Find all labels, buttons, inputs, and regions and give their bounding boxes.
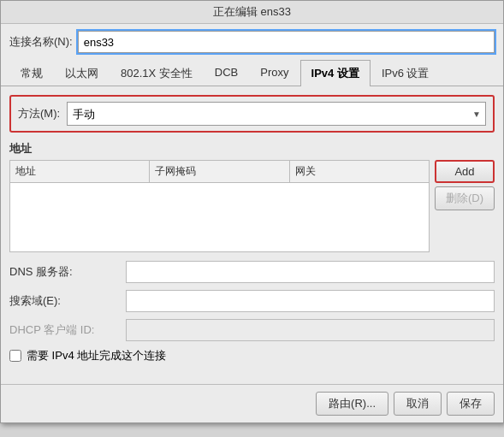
address-table-header: 地址 子网掩码 网关 <box>10 161 429 183</box>
address-section: 地址 地址 子网掩码 网关 Add 删除(D) <box>9 141 495 252</box>
tab-bar: 常规 以太网 802.1X 安全性 DCB Proxy IPv4 设置 IPv6… <box>1 60 503 86</box>
bottom-buttons: 路由(R)... 取消 保存 <box>1 384 503 422</box>
connection-name-label: 连接名称(N): <box>9 34 73 50</box>
search-domain-input[interactable] <box>126 290 495 312</box>
add-button[interactable]: Add <box>435 160 495 183</box>
tab-dcb[interactable]: DCB <box>204 60 249 86</box>
dhcp-row: DHCP 客户端 ID: <box>9 319 495 341</box>
require-ipv4-checkbox[interactable] <box>9 350 21 362</box>
address-buttons: Add 删除(D) <box>435 160 495 252</box>
ipv4-tab-content: 方法(M): 手动 自动(DHCP) 仅链路本地 共享 禁用 地址 地址 子网掩… <box>1 86 503 381</box>
require-ipv4-label: 需要 IPv4 地址完成这个连接 <box>27 348 166 363</box>
cancel-button[interactable]: 取消 <box>394 392 442 416</box>
dns-label: DNS 服务器: <box>9 264 121 280</box>
title-text: 正在编辑 ens33 <box>213 5 291 18</box>
connection-name-input[interactable] <box>78 31 495 53</box>
address-table-wrapper: 地址 子网掩码 网关 Add 删除(D) <box>9 160 495 252</box>
col-subnet: 子网掩码 <box>150 161 289 182</box>
save-button[interactable]: 保存 <box>447 392 495 416</box>
col-address: 地址 <box>10 161 150 182</box>
method-select[interactable]: 手动 自动(DHCP) 仅链路本地 共享 禁用 <box>67 102 486 126</box>
method-label: 方法(M): <box>18 106 60 121</box>
dns-row: DNS 服务器: <box>9 261 495 283</box>
tab-ipv4[interactable]: IPv4 设置 <box>300 60 371 86</box>
delete-button[interactable]: 删除(D) <box>435 186 495 210</box>
method-select-wrapper: 手动 自动(DHCP) 仅链路本地 共享 禁用 <box>67 102 486 126</box>
tab-ethernet[interactable]: 以太网 <box>54 60 110 86</box>
search-domain-row: 搜索域(E): <box>9 290 495 312</box>
search-domain-label: 搜索域(E): <box>9 293 121 309</box>
route-button[interactable]: 路由(R)... <box>316 392 388 416</box>
require-ipv4-row: 需要 IPv4 地址完成这个连接 <box>9 348 495 363</box>
connection-name-row: 连接名称(N): <box>1 24 503 60</box>
tab-ipv6[interactable]: IPv6 设置 <box>371 60 441 86</box>
main-window: 正在编辑 ens33 连接名称(N): 常规 以太网 802.1X 安全性 DC… <box>0 0 504 423</box>
address-table: 地址 子网掩码 网关 <box>9 160 430 252</box>
tab-proxy[interactable]: Proxy <box>249 60 299 86</box>
tab-general[interactable]: 常规 <box>9 60 54 86</box>
dns-input[interactable] <box>126 261 495 283</box>
col-gateway: 网关 <box>290 161 429 182</box>
dhcp-label: DHCP 客户端 ID: <box>9 322 121 338</box>
title-bar: 正在编辑 ens33 <box>1 1 503 24</box>
address-section-title: 地址 <box>9 141 495 156</box>
address-table-body <box>10 183 429 251</box>
tab-security[interactable]: 802.1X 安全性 <box>110 60 204 86</box>
dhcp-input[interactable] <box>126 319 495 341</box>
method-row: 方法(M): 手动 自动(DHCP) 仅链路本地 共享 禁用 <box>9 95 495 133</box>
